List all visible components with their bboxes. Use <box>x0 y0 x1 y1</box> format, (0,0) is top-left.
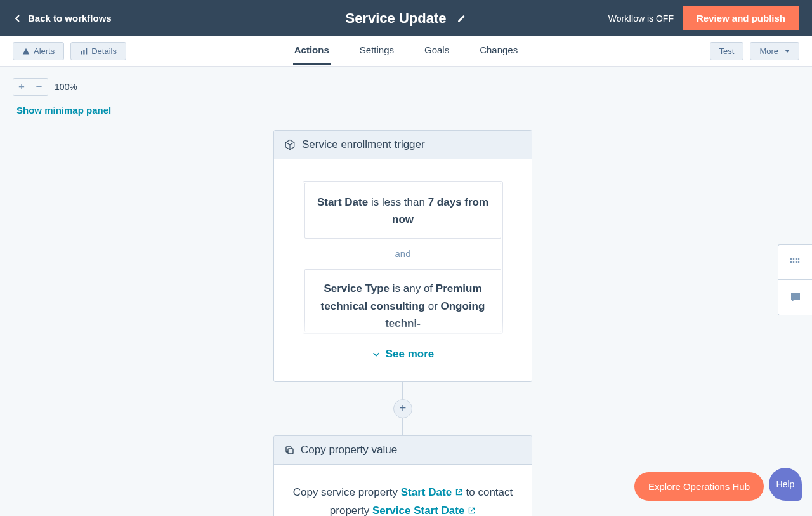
external-link-icon <box>455 488 463 496</box>
svg-point-11 <box>795 261 797 263</box>
trigger-body: Start Date is less than 7 days from now … <box>274 159 532 381</box>
svg-point-9 <box>790 261 792 263</box>
chevron-left-icon <box>13 13 23 23</box>
zoom-out-button[interactable]: − <box>30 78 48 96</box>
zoom-level: 100% <box>55 82 77 92</box>
zoom-in-button[interactable]: + <box>13 78 30 96</box>
trigger-condition-1[interactable]: Start Date is less than 7 days from now <box>304 183 501 239</box>
more-button[interactable]: More <box>750 42 799 60</box>
workflow-title: Service Update <box>346 10 447 27</box>
comments-icon-button[interactable] <box>778 280 812 315</box>
side-dock <box>778 244 812 315</box>
svg-rect-2 <box>86 48 87 54</box>
svg-point-8 <box>797 258 799 260</box>
trigger-node[interactable]: Service enrollment trigger Start Date is… <box>273 130 532 382</box>
svg-rect-0 <box>81 51 82 55</box>
svg-rect-1 <box>83 50 84 55</box>
grid-icon <box>790 258 801 267</box>
target-property-link[interactable]: Service Start Date <box>372 505 476 516</box>
action-body: Copy service property Start Date to cont… <box>274 465 532 516</box>
comment-icon <box>790 292 801 303</box>
details-button[interactable]: Details <box>70 42 126 60</box>
svg-point-6 <box>792 258 794 260</box>
warning-icon <box>22 48 30 55</box>
workflow-canvas[interactable]: + − 100% Show minimap panel Service enro… <box>0 67 812 516</box>
tabs: Actions Settings Goals Changes <box>293 37 519 65</box>
zoom-controls: + − 100% <box>13 78 77 96</box>
connector-line <box>402 382 403 400</box>
source-property-link[interactable]: Start Date <box>401 486 466 498</box>
tab-goals[interactable]: Goals <box>423 37 450 65</box>
svg-rect-4 <box>288 449 293 454</box>
tab-settings[interactable]: Settings <box>358 37 395 65</box>
connector-line <box>402 418 403 435</box>
minimap-toggle[interactable]: Show minimap panel <box>16 105 111 116</box>
test-button[interactable]: Test <box>710 42 744 60</box>
fade-overlay <box>274 321 532 343</box>
back-to-workflows-link[interactable]: Back to workflows <box>13 13 112 23</box>
tab-changes[interactable]: Changes <box>478 37 519 65</box>
alerts-label: Alerts <box>34 46 55 56</box>
svg-point-10 <box>792 261 794 263</box>
review-publish-button[interactable]: Review and publish <box>683 6 799 30</box>
add-action-button[interactable]: + <box>393 399 412 418</box>
action-node-copy-property[interactable]: Copy property value Copy service propert… <box>273 435 532 516</box>
help-button[interactable]: Help <box>769 468 802 501</box>
trigger-node-header: Service enrollment trigger <box>274 131 532 159</box>
see-more-link[interactable]: See more <box>372 345 435 362</box>
svg-point-5 <box>790 258 792 260</box>
svg-point-7 <box>795 258 797 260</box>
action-node-header: Copy property value <box>274 436 532 465</box>
copy-icon <box>284 445 294 455</box>
tab-actions[interactable]: Actions <box>293 37 331 65</box>
header-title-area: Service Update <box>346 10 467 27</box>
back-label: Back to workflows <box>28 13 112 23</box>
header-right: Workflow is OFF Review and publish <box>608 6 799 30</box>
alerts-button[interactable]: Alerts <box>13 42 64 60</box>
subnav-bar: Alerts Details Actions Settings Goals Ch… <box>0 36 812 67</box>
edit-icon[interactable] <box>456 13 466 23</box>
chevron-down-icon <box>785 50 790 53</box>
cube-icon <box>284 139 296 150</box>
external-link-icon <box>468 506 476 515</box>
workflow-status: Workflow is OFF <box>608 13 674 23</box>
workflow-flow: Service enrollment trigger Start Date is… <box>273 130 532 516</box>
chevron-down-icon <box>372 350 381 359</box>
subnav-left: Alerts Details <box>13 42 126 60</box>
app-header: Back to workflows Service Update Workflo… <box>0 0 812 36</box>
action-title: Copy property value <box>301 444 397 456</box>
chart-icon <box>80 48 88 55</box>
svg-point-12 <box>797 261 799 263</box>
trigger-title: Service enrollment trigger <box>302 138 425 151</box>
explore-operations-hub-button[interactable]: Explore Operations Hub <box>634 472 764 501</box>
details-label: Details <box>91 46 117 56</box>
minimap-icon-button[interactable] <box>778 244 812 280</box>
more-label: More <box>759 46 778 56</box>
subnav-right: Test More <box>710 42 799 60</box>
trigger-filter-box: Start Date is less than 7 days from now … <box>303 181 503 334</box>
and-label: and <box>304 246 501 261</box>
